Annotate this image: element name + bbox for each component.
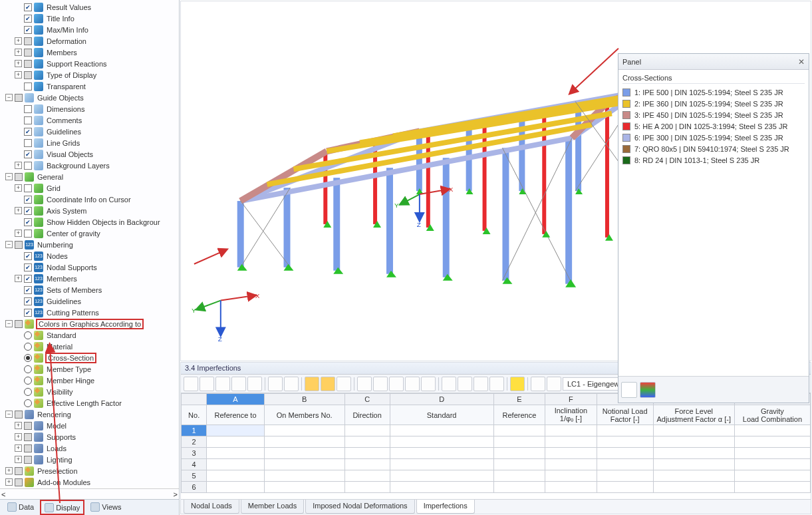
grid-cell[interactable] — [734, 448, 810, 459]
table-tab[interactable]: Imperfections — [416, 500, 475, 514]
toolbar-button[interactable] — [547, 377, 561, 391]
legend-row[interactable]: 6: IPE 300 | DIN 1025-5:1994; Steel S 23… — [622, 132, 805, 143]
expander[interactable]: + — [15, 456, 22, 463]
grid-cell[interactable] — [264, 448, 344, 459]
column-letter[interactable]: E — [493, 394, 545, 405]
grid-cell[interactable] — [734, 459, 810, 470]
expander[interactable]: + — [15, 49, 22, 56]
toolbar-button[interactable] — [421, 377, 436, 391]
column-letter[interactable]: D — [390, 394, 493, 405]
grid-cell[interactable] — [207, 470, 264, 482]
tab-views[interactable]: Views — [86, 500, 126, 515]
checkbox[interactable] — [24, 286, 32, 294]
checkbox[interactable] — [24, 196, 32, 204]
checkbox[interactable] — [24, 116, 32, 124]
column-header[interactable]: Inclination1/φ₀ [-] — [545, 405, 597, 425]
tree-item[interactable]: Transparent — [45, 83, 87, 90]
grid-cell[interactable] — [390, 459, 493, 470]
grid-cell[interactable] — [597, 425, 653, 436]
tab-display[interactable]: Display — [40, 500, 84, 515]
checkbox[interactable] — [24, 37, 32, 45]
grid-cell[interactable] — [545, 482, 597, 493]
tree-item[interactable]: Max/Min Info — [45, 26, 90, 34]
checkbox[interactable] — [24, 128, 32, 136]
grid-cell[interactable] — [734, 482, 810, 493]
tree-item[interactable]: Comments — [45, 116, 83, 124]
grid-cell[interactable] — [207, 436, 264, 448]
tree-item[interactable]: Visibility — [45, 388, 74, 396]
radio-cross-section[interactable] — [24, 354, 32, 362]
toolbar-button[interactable] — [247, 377, 262, 391]
row-number[interactable]: 2 — [182, 436, 207, 448]
checkbox[interactable] — [24, 139, 32, 147]
grid-cell[interactable] — [390, 470, 493, 482]
grid-cell[interactable] — [493, 448, 545, 459]
toolbar-button[interactable] — [405, 377, 420, 391]
tree-item[interactable]: Numbering — [36, 241, 74, 249]
toolbar-button[interactable] — [357, 377, 372, 391]
expander[interactable]: + — [15, 444, 22, 452]
grid-cell[interactable] — [344, 470, 390, 482]
checkbox[interactable] — [24, 456, 32, 464]
radio-visibility[interactable] — [24, 388, 32, 396]
tree-item[interactable]: Grid — [45, 184, 62, 192]
toolbar-button[interactable] — [268, 377, 283, 391]
table-scroll[interactable]: ABCDEFGHI No.Reference toOn Members No.D… — [181, 393, 811, 499]
legend-row[interactable]: 5: HE A 200 | DIN 1025-3:1994; Steel S 2… — [622, 120, 805, 132]
checkbox[interactable] — [24, 49, 32, 57]
checkbox[interactable] — [24, 422, 32, 430]
legend-row[interactable]: 8: RD 24 | DIN 1013-1; Steel S 235 JR — [622, 154, 805, 166]
radio-member-hinge[interactable] — [24, 377, 32, 385]
grid-cell[interactable] — [734, 470, 810, 482]
column-header[interactable]: Direction — [344, 405, 390, 425]
tree-item-cross-section[interactable]: Cross-Section — [45, 353, 96, 363]
checkbox[interactable] — [24, 15, 32, 23]
expander[interactable]: + — [5, 478, 13, 486]
legend-row[interactable]: 1: IPE 500 | DIN 1025-5:1994; Steel S 23… — [622, 86, 805, 98]
grid-cell[interactable] — [390, 436, 493, 448]
grid-cell[interactable] — [597, 448, 653, 459]
tree-item[interactable]: Guidelines — [45, 128, 82, 136]
tree-item[interactable]: Member Type — [45, 365, 92, 373]
panel-button[interactable] — [621, 382, 637, 398]
column-header[interactable]: On Members No. — [264, 405, 344, 425]
radio-standard[interactable] — [24, 331, 32, 339]
imperfections-table[interactable]: ABCDEFGHI No.Reference toOn Members No.D… — [181, 393, 811, 493]
checkbox[interactable] — [24, 433, 32, 441]
expander[interactable]: + — [15, 433, 22, 440]
tree-item[interactable]: Line Grids — [45, 139, 81, 147]
expander[interactable]: − — [5, 320, 13, 327]
checkbox[interactable] — [24, 184, 32, 192]
legend-row[interactable]: 7: QRO 80x5 | DIN 59410:1974; Steel S 23… — [622, 143, 805, 154]
tree-item[interactable]: Members — [45, 275, 78, 283]
tree-item[interactable]: Members — [45, 49, 78, 57]
table-tab[interactable]: Nodal Loads — [184, 500, 239, 514]
toolbar-button[interactable] — [531, 377, 545, 391]
grid-cell[interactable] — [734, 436, 810, 448]
grid-cell[interactable] — [493, 459, 545, 470]
grid-cell[interactable] — [344, 448, 390, 459]
tree-item[interactable]: General — [36, 173, 65, 181]
tree-item[interactable]: Nodes — [45, 252, 69, 260]
grid-cell[interactable] — [597, 459, 653, 470]
tree-item[interactable]: Add-on Modules — [36, 478, 92, 486]
checkbox[interactable] — [15, 173, 23, 181]
grid-cell[interactable] — [653, 436, 734, 448]
checkbox[interactable] — [24, 83, 32, 90]
tree-item[interactable]: Cutting Patterns — [45, 309, 100, 317]
toolbar-button[interactable] — [321, 377, 335, 391]
tree-item[interactable]: Preselection — [36, 467, 79, 475]
grid-cell[interactable] — [207, 425, 264, 436]
column-letter[interactable]: A — [207, 394, 264, 405]
checkbox[interactable] — [24, 230, 32, 238]
checkbox[interactable] — [24, 150, 32, 158]
table-tab[interactable]: Member Loads — [241, 500, 304, 514]
grid-cell[interactable] — [653, 425, 734, 436]
grid-cell[interactable] — [493, 470, 545, 482]
cross-sections-panel[interactable]: Panel ✕ Cross-Sections 1: IPE 500 | DIN … — [618, 53, 809, 403]
tree-item[interactable]: Sets of Members — [45, 286, 103, 294]
column-header[interactable]: Force LevelAdjustment Factor α [-] — [653, 405, 734, 425]
radio-eff-length[interactable] — [24, 399, 32, 407]
column-letter[interactable]: B — [264, 394, 344, 405]
expander[interactable]: − — [5, 241, 13, 248]
